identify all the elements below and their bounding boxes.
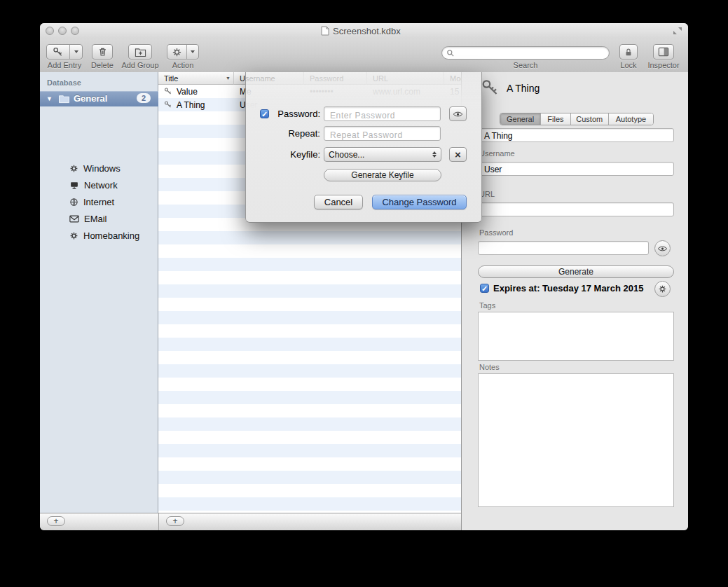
eye-icon <box>453 111 463 118</box>
fullscreen-icon[interactable] <box>673 27 682 35</box>
cancel-button[interactable]: Cancel <box>314 195 363 209</box>
padlock-icon <box>624 47 633 57</box>
expires-checkbox[interactable]: ✓ <box>480 284 489 293</box>
username-field[interactable] <box>478 162 674 176</box>
sidebar-item-network[interactable]: Network <box>40 177 158 193</box>
generate-keyfile-button[interactable]: Generate Keyfile <box>324 169 441 181</box>
clear-keyfile-button[interactable]: × <box>449 147 467 162</box>
sidebar-group-general[interactable]: ▼ General 2 <box>40 91 158 106</box>
change-password-sheet: ✓ Password: Repeat: Keyfile: Choose... ×… <box>245 72 482 223</box>
add-group-bottom-button[interactable]: + <box>47 516 65 526</box>
sidebar-item-windows[interactable]: Windows <box>40 160 158 177</box>
chevron-down-icon[interactable] <box>187 45 198 59</box>
close-button[interactable] <box>46 27 54 35</box>
sidebar-item-label: Internet <box>83 197 114 207</box>
disclosure-triangle-icon[interactable]: ▼ <box>46 95 53 102</box>
inspector-tabs: General Files Custom Autotype <box>500 113 654 125</box>
expiry-options-button[interactable] <box>654 281 671 297</box>
lock-button[interactable] <box>619 44 638 60</box>
folder-plus-icon <box>135 47 146 57</box>
sidebar-item-label: Homebanking <box>83 230 139 241</box>
gear-icon <box>658 284 667 294</box>
gear-icon <box>69 231 78 240</box>
popup-arrows-icon <box>432 151 437 158</box>
username-input[interactable] <box>483 164 672 175</box>
inspector-entry-title: A Thing <box>507 83 540 94</box>
keyfile-popup-button[interactable]: Choose... <box>324 147 441 162</box>
search-label: Search <box>504 61 547 69</box>
globe-icon <box>69 198 78 207</box>
add-entry-button[interactable] <box>46 44 83 60</box>
notes-input[interactable] <box>479 374 673 506</box>
trash-icon <box>97 46 108 57</box>
eye-icon <box>657 245 668 252</box>
inspector-pane: A Thing General Files Custom Autotype Us… <box>461 72 688 530</box>
cell-title: Value <box>177 87 198 97</box>
envelope-icon <box>69 215 79 223</box>
zoom-button[interactable] <box>71 27 79 35</box>
notes-label: Notes <box>479 363 500 371</box>
dialog-reveal-password-button[interactable] <box>449 106 467 121</box>
sidebar-item-homebanking[interactable]: Homebanking <box>40 227 158 244</box>
dialog-password-label: Password: <box>260 109 320 119</box>
password-input[interactable] <box>483 243 647 254</box>
title-input[interactable] <box>483 130 672 141</box>
window-title: Screenshot.kdbx <box>333 26 401 36</box>
sidebar-item-email[interactable]: EMail <box>40 210 158 227</box>
dialog-password-input[interactable] <box>329 110 439 121</box>
dialog-repeat-input[interactable] <box>329 130 439 141</box>
entry-count-badge: 2 <box>137 93 151 103</box>
add-entry-bottom-button[interactable]: + <box>166 516 184 526</box>
sidebar-section-header: Database <box>47 78 81 87</box>
document-proxy-icon <box>321 26 329 36</box>
dialog-password-field[interactable] <box>324 106 441 121</box>
sidebar-group-label: General <box>74 93 107 104</box>
action-label: Action <box>162 61 204 69</box>
add-group-label: Add Group <box>119 61 161 69</box>
title-field[interactable] <box>478 128 674 142</box>
action-button[interactable] <box>167 44 199 60</box>
notes-field[interactable] <box>478 373 674 507</box>
key-plus-icon <box>47 45 69 59</box>
delete-label: Delete <box>81 61 123 69</box>
tab-general[interactable]: General <box>500 113 541 125</box>
column-header-title[interactable]: Title ▼ <box>158 72 234 85</box>
url-input[interactable] <box>483 205 672 216</box>
gear-icon <box>69 164 78 173</box>
inspector-button[interactable] <box>653 44 674 60</box>
gear-icon <box>167 45 186 59</box>
reveal-password-button[interactable] <box>654 240 671 256</box>
sidebar-item-label: Network <box>84 180 118 191</box>
expires-label: Expires at: Tuesday 17 March 2015 <box>493 283 643 294</box>
password-field[interactable] <box>478 241 649 255</box>
tab-custom[interactable]: Custom <box>571 113 609 125</box>
dialog-repeat-label: Repeat: <box>260 128 320 139</box>
app-window: Screenshot.kdbx Add Entry Delete Add Gro… <box>40 23 688 530</box>
tags-input[interactable] <box>479 312 673 360</box>
search-field[interactable] <box>441 46 610 60</box>
inspector-label: Inspector <box>643 61 685 69</box>
add-group-button[interactable] <box>128 44 152 60</box>
sidebar-item-internet[interactable]: Internet <box>40 193 158 210</box>
sort-indicator-icon: ▼ <box>226 76 231 81</box>
close-icon: × <box>455 149 461 160</box>
tags-label: Tags <box>479 301 495 310</box>
minimize-button[interactable] <box>58 27 67 35</box>
generate-password-button[interactable]: Generate <box>478 265 674 278</box>
password-label: Password <box>479 228 513 237</box>
chevron-down-icon[interactable] <box>70 45 82 59</box>
dialog-repeat-field[interactable] <box>324 126 441 141</box>
title-bar[interactable]: Screenshot.kdbx <box>40 23 688 39</box>
delete-button[interactable] <box>92 44 113 60</box>
tab-files[interactable]: Files <box>541 113 570 125</box>
search-input[interactable] <box>458 48 605 59</box>
change-password-button[interactable]: Change Password <box>372 195 467 209</box>
sidebar: Database ▼ General 2 Windows Network <box>40 72 158 513</box>
folder-icon <box>58 94 70 104</box>
url-field[interactable] <box>478 202 674 216</box>
key-icon <box>164 100 172 109</box>
tab-autotype[interactable]: Autotype <box>609 113 653 125</box>
magnifier-icon <box>446 49 455 57</box>
sidebar-item-label: EMail <box>84 214 107 224</box>
tags-field[interactable] <box>478 312 674 361</box>
